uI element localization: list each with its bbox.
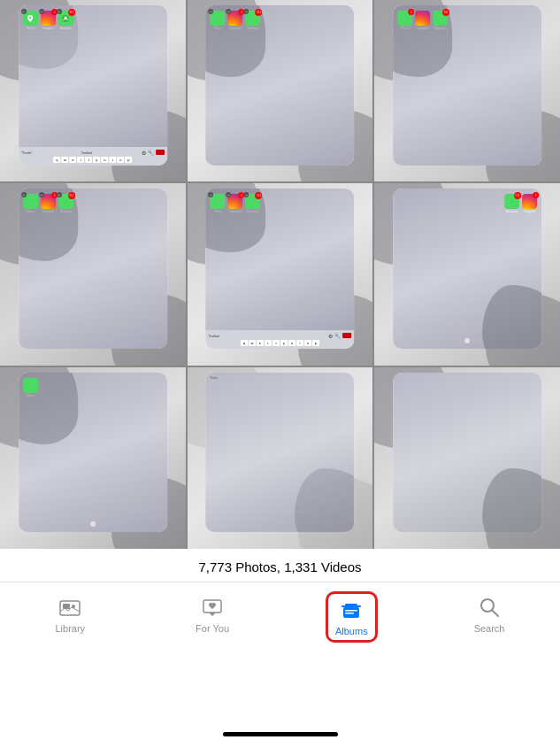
search-icon — [477, 595, 502, 620]
svg-point-0 — [29, 16, 31, 18]
grid-cell-3[interactable]: 2 Phone Instagram 311 Messages — [374, 0, 560, 181]
bottom-bar: 7,773 Photos, 1,331 Videos Library — [0, 549, 560, 740]
tab-albums[interactable]: Albums — [326, 591, 378, 643]
grid-cell-1[interactable]: − Phone − 2 Instagram − — [0, 0, 186, 181]
grid-cell-6[interactable]: 311 Messages 2 Instagram — [374, 183, 560, 365]
svg-point-2 — [65, 16, 67, 19]
svg-rect-11 — [345, 613, 354, 614]
library-icon — [58, 595, 82, 620]
svg-rect-8 — [341, 605, 361, 607]
albums-icon — [339, 597, 364, 622]
svg-rect-10 — [345, 610, 357, 612]
tab-search[interactable]: Search — [460, 591, 519, 637]
home-indicator — [223, 732, 338, 736]
for-you-icon — [200, 595, 225, 620]
photo-count: 7,773 Photos, 1,331 Videos — [0, 549, 560, 582]
grid-cell-9[interactable] — [374, 367, 560, 549]
tab-library[interactable]: Library — [41, 591, 99, 637]
tab-for-you-label: For You — [196, 623, 229, 634]
svg-line-13 — [493, 611, 499, 617]
grid-cell-2[interactable]: − Phone − 2 Instagram − — [188, 0, 373, 181]
photo-grid: − Phone − 2 Instagram − — [0, 0, 560, 549]
grid-cell-7[interactable]: Phone — [0, 367, 186, 549]
tab-for-you[interactable]: For You — [181, 591, 243, 637]
tab-library-label: Library — [55, 623, 85, 634]
grid-cell-4[interactable]: − Phone − 2 Instagram − — [0, 183, 186, 365]
grid-cell-5[interactable]: − Phone − 2 Instagram − — [188, 183, 373, 365]
svg-rect-9 — [345, 604, 357, 605]
tab-search-label: Search — [474, 623, 505, 634]
tab-bar: Library For You — [0, 582, 560, 725]
tab-albums-label: Albums — [335, 626, 368, 636]
grid-cell-8[interactable]: Tools — [188, 367, 373, 549]
